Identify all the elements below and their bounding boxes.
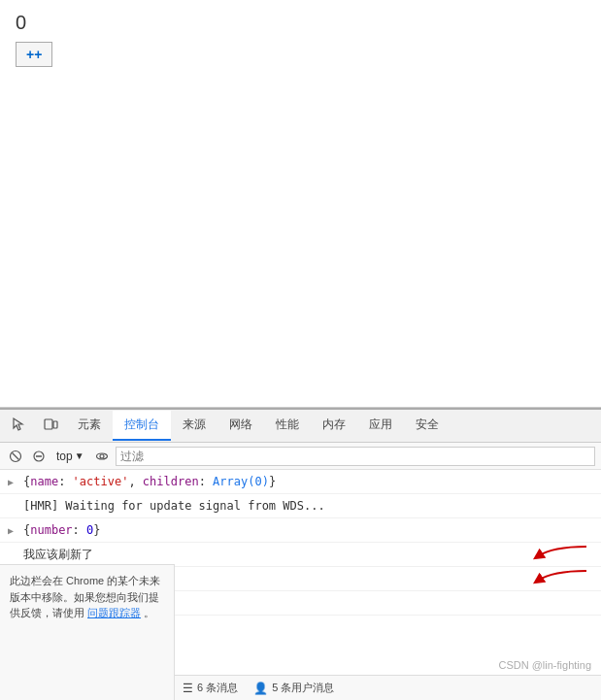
tab-network[interactable]: 网络 bbox=[217, 411, 264, 441]
console-filter-input[interactable] bbox=[116, 447, 595, 466]
context-selector[interactable]: top ▼ bbox=[52, 448, 88, 465]
arrow-annotation-2 bbox=[533, 567, 591, 594]
stop-recording-button[interactable] bbox=[29, 447, 49, 466]
tab-sources[interactable]: 来源 bbox=[171, 411, 217, 441]
console-main: {name: 'active', children: Array(0)} [HM… bbox=[0, 470, 601, 700]
console-entry-1[interactable]: {name: 'active', children: Array(0)} bbox=[0, 470, 601, 494]
console-entry-3[interactable]: {number: 0} bbox=[0, 518, 601, 543]
console-toolbar: top ▼ bbox=[0, 443, 601, 470]
sidebar-notice-suffix: 。 bbox=[144, 607, 154, 618]
svg-line-3 bbox=[13, 452, 19, 459]
eye-icon-button[interactable] bbox=[92, 447, 112, 466]
svg-rect-1 bbox=[53, 421, 57, 428]
user-messages-count: 5 条用户消息 bbox=[272, 681, 334, 695]
watermark: CSDN @lin-fighting bbox=[498, 659, 591, 671]
device-icon[interactable] bbox=[35, 411, 66, 441]
context-label: top bbox=[56, 450, 73, 463]
tab-memory[interactable]: 内存 bbox=[311, 411, 357, 441]
user-messages-status: 👤 5 条用户消息 bbox=[253, 681, 334, 695]
sidebar-notice-link[interactable]: 问题跟踪器 bbox=[87, 607, 141, 618]
chevron-down-icon: ▼ bbox=[75, 450, 84, 461]
app-area: 0 ++ bbox=[0, 0, 601, 408]
tab-performance[interactable]: 性能 bbox=[264, 411, 311, 441]
cursor-icon[interactable] bbox=[4, 411, 35, 441]
counter-display: 0 bbox=[16, 12, 585, 34]
console-entry-2-text: [HMR] Waiting for update signal from WDS… bbox=[23, 497, 325, 515]
messages-status: ☰ 6 条消息 bbox=[183, 681, 238, 695]
console-entry-2: [HMR] Waiting for update signal from WDS… bbox=[0, 494, 601, 518]
devtools-tabs-bar: 元素 控制台 来源 网络 性能 内存 应用 安全 bbox=[0, 410, 601, 443]
messages-count: 6 条消息 bbox=[197, 681, 238, 695]
svg-rect-0 bbox=[45, 419, 52, 429]
svg-point-7 bbox=[100, 454, 104, 458]
tab-security[interactable]: 安全 bbox=[404, 411, 451, 441]
console-entry-1-text: {name: 'active', children: Array(0)} bbox=[23, 473, 276, 490]
clear-console-button[interactable] bbox=[6, 447, 25, 466]
console-entry-4-text: 我应该刷新了 bbox=[23, 546, 93, 563]
devtools-panel: 元素 控制台 来源 网络 性能 内存 应用 安全 top ▼ {nam bbox=[0, 408, 601, 700]
arrow-annotation-1 bbox=[533, 543, 591, 570]
sidebar-notice: 此边栏会在 Chrome 的某个未来版本中移除。如果您想向我们提供反馈，请使用 … bbox=[0, 564, 175, 700]
tab-console[interactable]: 控制台 bbox=[113, 411, 171, 441]
list-icon: ☰ bbox=[183, 682, 193, 695]
person-icon: 👤 bbox=[253, 682, 268, 695]
increment-button[interactable]: ++ bbox=[16, 42, 52, 67]
tab-elements[interactable]: 元素 bbox=[66, 411, 113, 441]
status-bar: ☰ 6 条消息 👤 5 条用户消息 bbox=[175, 675, 601, 700]
tab-application[interactable]: 应用 bbox=[357, 411, 404, 441]
console-entry-3-text: {number: 0} bbox=[23, 521, 101, 539]
